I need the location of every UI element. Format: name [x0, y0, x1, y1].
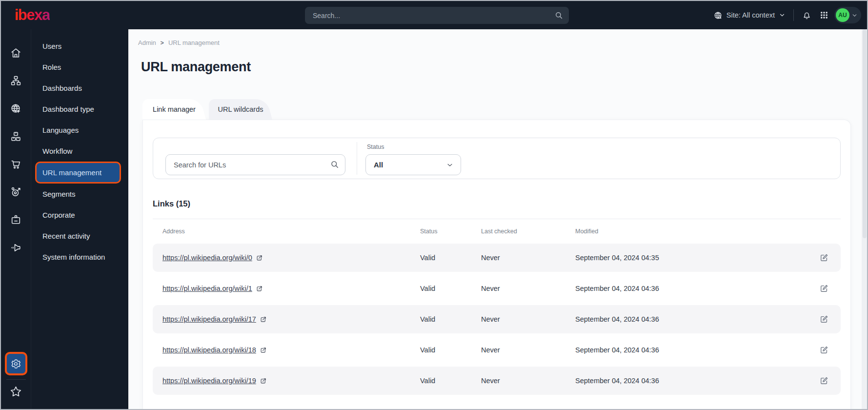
filter-divider — [357, 142, 357, 175]
url-search — [165, 154, 345, 175]
breadcrumb-admin[interactable]: Admin — [138, 39, 156, 46]
marketing-megaphone-icon[interactable] — [1, 234, 31, 262]
url-link[interactable]: https://pl.wikipedia.org/wiki/1 — [162, 285, 252, 292]
sidebar-item-system-information[interactable]: System information — [31, 246, 128, 267]
url-link[interactable]: https://pl.wikipedia.org/wiki/18 — [162, 346, 256, 354]
breadcrumb-url-management: URL management — [168, 39, 220, 46]
commerce-cart-icon[interactable] — [1, 150, 31, 178]
modified-cell: September 04, 2024 04:36 — [575, 346, 815, 354]
status-select[interactable]: All — [365, 154, 461, 175]
sidebar-item-dashboards[interactable]: Dashboards — [31, 78, 128, 99]
col-header-modified: Modified — [575, 228, 815, 235]
chevron-down-icon — [446, 161, 454, 169]
customer-badge-icon[interactable] — [1, 206, 31, 234]
external-link-icon — [260, 347, 267, 354]
sidebar-item-workflow[interactable]: Workflow — [31, 141, 128, 162]
sidebar-icon-rail — [1, 29, 31, 409]
external-link-icon — [256, 285, 263, 292]
main-content: Admin > URL management URL management Li… — [128, 29, 867, 409]
external-link-icon — [256, 254, 263, 262]
last-checked-cell: Never — [481, 377, 575, 385]
table-row: https://pl.wikipedia.org/wiki/0 Valid Ne… — [153, 244, 841, 272]
status-cell: Valid — [420, 346, 481, 354]
external-link-icon — [260, 377, 267, 385]
status-cell: Valid — [420, 377, 481, 385]
topbar-divider — [793, 9, 794, 21]
status-cell: Valid — [420, 315, 481, 323]
modified-cell: September 04, 2024 04:36 — [575, 285, 815, 292]
page-title: URL management — [141, 60, 251, 75]
rail-divider — [6, 379, 26, 380]
content-structure-icon[interactable] — [1, 67, 31, 95]
sidebar-item-roles[interactable]: Roles — [31, 57, 128, 78]
edit-button[interactable] — [815, 280, 833, 297]
tab-link-manager[interactable]: Link manager — [142, 99, 206, 120]
modified-cell: September 04, 2024 04:36 — [575, 315, 815, 323]
last-checked-cell: Never — [481, 285, 575, 292]
last-checked-cell: Never — [481, 346, 575, 354]
url-link[interactable]: https://pl.wikipedia.org/wiki/17 — [162, 315, 256, 323]
tabs: Link manager URL wildcards — [142, 99, 272, 120]
edit-button[interactable] — [815, 310, 833, 328]
edit-button[interactable] — [815, 341, 833, 359]
breadcrumb-separator: > — [161, 40, 164, 46]
table-row: https://pl.wikipedia.org/wiki/18 Valid N… — [153, 336, 841, 364]
status-cell: Valid — [420, 254, 481, 262]
url-link[interactable]: https://pl.wikipedia.org/wiki/0 — [162, 254, 252, 262]
home-icon[interactable] — [1, 39, 31, 67]
url-link[interactable]: https://pl.wikipedia.org/wiki/19 — [162, 377, 256, 385]
product-catalog-icon[interactable] — [1, 123, 31, 150]
audience-target-icon[interactable] — [1, 178, 31, 206]
url-search-input[interactable] — [165, 154, 345, 175]
notifications-bell-icon[interactable] — [802, 10, 812, 20]
avatar: AU — [836, 8, 849, 22]
tab-url-wildcards[interactable]: URL wildcards — [209, 99, 272, 120]
status-cell: Valid — [420, 285, 481, 292]
scrollbar-thumb[interactable] — [863, 29, 867, 238]
search-icon — [554, 11, 564, 20]
globe-icon — [713, 11, 723, 20]
sidebar-item-corporate[interactable]: Corporate — [31, 205, 128, 226]
breadcrumb: Admin > URL management — [138, 39, 220, 46]
chevron-down-icon — [779, 12, 786, 19]
table-row: https://pl.wikipedia.org/wiki/1 Valid Ne… — [153, 274, 841, 303]
links-heading: Links (15) — [153, 199, 841, 208]
table-row: https://pl.wikipedia.org/wiki/19 Valid N… — [153, 367, 841, 395]
page-scrollbar[interactable] — [862, 29, 867, 409]
sidebar-item-segments[interactable]: Segments — [31, 184, 128, 205]
admin-settings-gear-icon[interactable] — [5, 352, 27, 375]
global-search-input[interactable] — [305, 7, 569, 24]
status-select-value: All — [374, 161, 446, 169]
sidebar-item-url-management[interactable]: URL management — [35, 162, 121, 184]
chevron-down-icon — [851, 12, 858, 19]
user-menu[interactable]: AU — [834, 7, 861, 23]
modified-cell: September 04, 2024 04:36 — [575, 377, 815, 385]
table-header: Address Status Last checked Modified — [153, 219, 841, 244]
sidebar-item-languages[interactable]: Languages — [31, 120, 128, 141]
search-icon — [330, 160, 340, 169]
favorites-star-icon[interactable] — [9, 383, 22, 400]
edit-button[interactable] — [815, 372, 833, 390]
col-header-address: Address — [153, 228, 420, 235]
app-root: ibexa Site: All context — [0, 0, 868, 410]
sidebar-item-recent-activity[interactable]: Recent activity — [31, 226, 128, 246]
last-checked-cell: Never — [481, 254, 575, 262]
last-checked-cell: Never — [481, 315, 575, 323]
site-globe-icon[interactable] — [1, 95, 31, 123]
apps-grid-icon[interactable] — [820, 11, 828, 20]
site-context-switcher[interactable]: Site: All context — [713, 11, 786, 20]
modified-cell: September 04, 2024 04:35 — [575, 254, 815, 262]
table-row: https://pl.wikipedia.org/wiki/17 Valid N… — [153, 305, 841, 333]
topbar: ibexa Site: All context — [1, 1, 867, 29]
sidebar-item-users[interactable]: Users — [31, 36, 128, 57]
ibexa-logo[interactable]: ibexa — [15, 6, 50, 24]
sidebar-item-dashboard-type[interactable]: Dashboard type — [31, 99, 128, 120]
sidebar-menu: Users Roles Dashboards Dashboard type La… — [31, 29, 128, 409]
global-search — [305, 7, 569, 24]
topbar-right-cluster: Site: All context AU — [713, 1, 861, 29]
status-label: Status — [367, 144, 384, 150]
col-header-last-checked: Last checked — [481, 228, 575, 235]
link-manager-panel: Status All Links (15) Address Status Las… — [142, 120, 851, 409]
edit-button[interactable] — [815, 249, 833, 266]
site-context-label: Site: All context — [727, 11, 775, 19]
